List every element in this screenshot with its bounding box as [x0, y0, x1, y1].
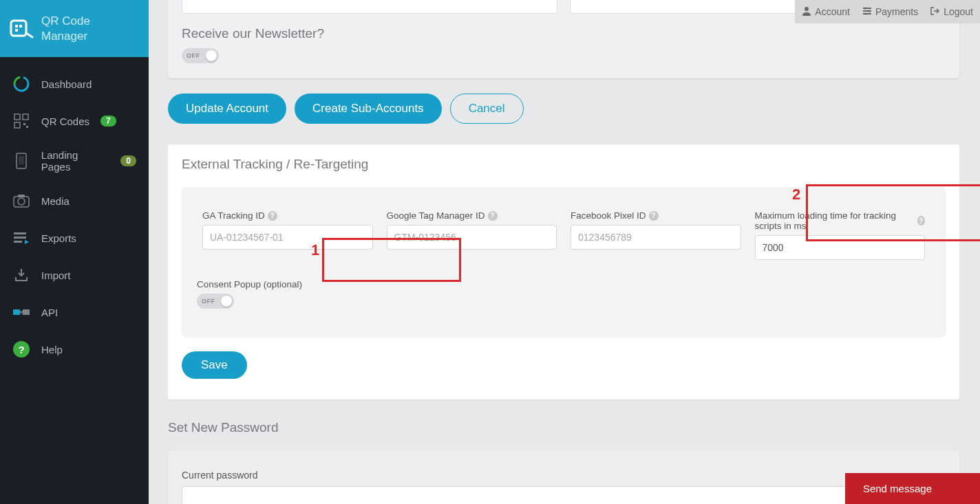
svg-point-22 — [805, 7, 809, 11]
help-icon[interactable]: ? — [488, 211, 498, 221]
sidebar-item-media[interactable]: Media — [0, 182, 149, 219]
topbar-payments[interactable]: Payments — [862, 6, 918, 18]
svg-point-27 — [868, 10, 870, 12]
svg-rect-17 — [14, 237, 26, 239]
partial-input-left[interactable] — [182, 0, 557, 14]
landing-page-icon — [12, 152, 30, 170]
svg-rect-1 — [15, 25, 18, 28]
send-message-button[interactable]: Send message — [845, 473, 980, 504]
import-icon — [12, 266, 30, 284]
svg-rect-9 — [23, 123, 25, 125]
svg-point-26 — [864, 7, 866, 9]
svg-rect-15 — [18, 195, 25, 197]
svg-rect-10 — [26, 126, 28, 128]
svg-rect-25 — [863, 13, 871, 14]
consent-label: Consent Popup (optional) — [197, 279, 302, 289]
svg-rect-8 — [14, 122, 20, 128]
svg-rect-18 — [14, 241, 22, 243]
help-icon: ? — [12, 340, 30, 358]
password-section-title: Set New Password — [168, 420, 959, 435]
sidebar-item-api[interactable]: API — [0, 294, 149, 331]
svg-rect-0 — [11, 21, 26, 36]
annotation-box-1 — [322, 238, 461, 282]
newsletter-question: Receive our Newsletter? — [182, 26, 946, 41]
svg-rect-16 — [14, 232, 26, 234]
dashboard-icon — [12, 75, 30, 93]
svg-rect-20 — [23, 309, 30, 315]
save-button[interactable]: Save — [182, 351, 247, 379]
sidebar-item-label: Media — [41, 195, 70, 207]
consent-toggle[interactable]: OFF — [197, 294, 234, 309]
toggle-knob — [221, 296, 232, 307]
settings-icon — [862, 6, 872, 18]
sidebar-item-label: Import — [41, 270, 71, 281]
annotation-number-2: 2 — [792, 186, 800, 204]
svg-rect-21 — [20, 311, 23, 314]
sidebar-item-landing[interactable]: Landing Pages 0 — [0, 140, 149, 182]
help-icon[interactable]: ? — [649, 211, 659, 221]
tracking-section-title: External Tracking / Re-Targeting — [182, 157, 946, 172]
svg-rect-3 — [15, 29, 18, 32]
topbar-logout[interactable]: Logout — [930, 6, 973, 18]
sidebar-item-import[interactable]: Import — [0, 256, 149, 294]
create-subaccounts-button[interactable]: Create Sub-Accounts — [295, 94, 442, 124]
current-password-input[interactable] — [182, 486, 946, 504]
logout-icon — [930, 6, 940, 18]
api-icon — [12, 303, 30, 321]
svg-point-28 — [864, 12, 866, 14]
qrcode-icon — [12, 112, 30, 130]
sidebar-item-exports[interactable]: Exports — [0, 219, 149, 256]
brand-header: QR Code Manager — [0, 0, 149, 57]
exports-icon — [12, 229, 30, 247]
svg-rect-19 — [13, 309, 20, 315]
svg-rect-12 — [19, 156, 24, 164]
fb-pixel-input[interactable] — [571, 225, 741, 250]
qrcodes-count-badge: 7 — [100, 116, 116, 127]
svg-rect-2 — [19, 25, 22, 28]
sidebar-item-label: QR Codes — [41, 116, 89, 127]
sidebar-item-qrcodes[interactable]: QR Codes 7 — [0, 102, 149, 140]
brand-title: QR Code Manager — [41, 14, 90, 43]
landing-count-badge: 0 — [120, 155, 136, 166]
topbar-account[interactable]: Account — [802, 6, 850, 18]
sidebar-item-label: Landing Pages — [41, 149, 109, 173]
help-icon[interactable]: ? — [268, 211, 277, 221]
svg-rect-6 — [14, 114, 20, 120]
fb-pixel-field: Facebook Pixel ID? — [571, 210, 741, 260]
sidebar-item-label: Dashboard — [41, 78, 92, 90]
qr-logo-icon — [10, 17, 34, 41]
sidebar-item-dashboard[interactable]: Dashboard — [0, 65, 149, 102]
cancel-button[interactable]: Cancel — [450, 94, 524, 124]
sidebar-item-label: API — [41, 307, 58, 318]
sidebar-item-label: Help — [41, 344, 63, 355]
annotation-box-2 — [806, 184, 980, 241]
annotation-number-1: 1 — [311, 241, 319, 259]
current-password-label: Current password — [182, 470, 946, 481]
newsletter-toggle[interactable]: OFF — [182, 48, 219, 63]
user-icon — [802, 6, 811, 18]
sidebar-item-help[interactable]: ? Help — [0, 331, 149, 368]
toggle-knob — [206, 50, 217, 61]
svg-rect-7 — [23, 114, 28, 120]
media-icon — [12, 192, 30, 210]
topbar: Account Payments Logout — [795, 0, 980, 23]
svg-point-14 — [18, 198, 25, 205]
sidebar-item-label: Exports — [41, 232, 76, 244]
password-card: Current password New Password — [168, 450, 959, 504]
update-account-button[interactable]: Update Account — [168, 94, 286, 124]
